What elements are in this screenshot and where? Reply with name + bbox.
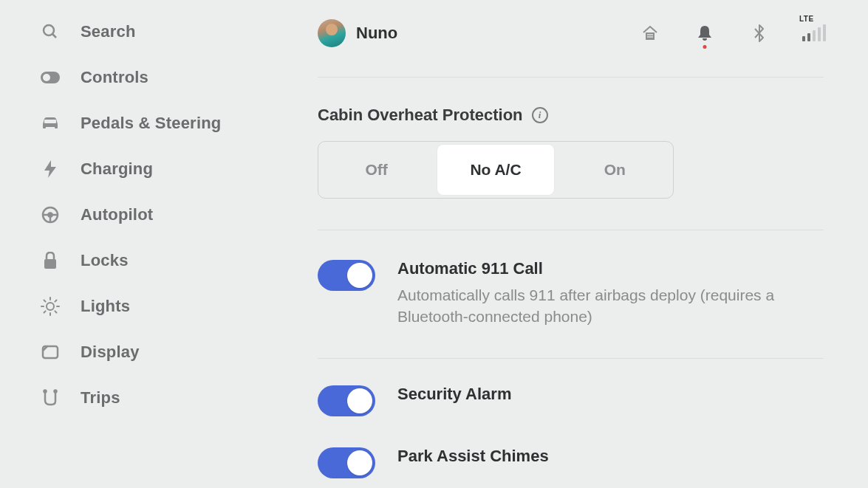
sidebar-item-display[interactable]: Display: [41, 343, 259, 362]
lock-icon: [41, 251, 60, 270]
profile-chip[interactable]: Nuno: [318, 19, 397, 47]
sidebar-item-locks[interactable]: Locks: [41, 251, 259, 270]
cop-option-on[interactable]: On: [557, 142, 673, 198]
svg-point-0: [44, 25, 54, 35]
section-title: Cabin Overheat Protection: [318, 106, 523, 125]
svg-rect-7: [44, 259, 56, 269]
sidebar-item-lights[interactable]: Lights: [41, 297, 259, 316]
cell-signal-icon[interactable]: LTE: [804, 24, 824, 43]
section-cabin-overheat-protection: Cabin Overheat Protection i Off No A/C O…: [318, 78, 824, 230]
sidebar-item-label: Pedals & Steering: [81, 114, 221, 133]
sidebar-item-pedals-steering[interactable]: Pedals & Steering: [41, 114, 259, 133]
sidebar-item-label: Search: [81, 22, 136, 41]
sidebar-item-trips[interactable]: Trips: [41, 388, 259, 408]
sidebar-item-controls[interactable]: Controls: [41, 68, 259, 87]
bluetooth-icon[interactable]: [750, 24, 769, 43]
sidebar-item-autopilot[interactable]: Autopilot: [41, 205, 259, 224]
park-assist-switch[interactable]: [318, 447, 375, 478]
security-alarm-switch[interactable]: [318, 385, 375, 416]
toggle-row-park-assist: Park Assist Chimes: [318, 446, 824, 478]
sidebar-item-label: Lights: [81, 297, 130, 316]
homelink-icon[interactable]: [640, 24, 660, 43]
car-icon: [41, 114, 60, 133]
toggle-title: Park Assist Chimes: [397, 446, 824, 467]
avatar: [318, 19, 346, 47]
info-icon[interactable]: i: [532, 107, 548, 123]
sidebar-item-label: Charging: [81, 159, 153, 179]
toggle-title: Security Alarm: [397, 384, 824, 405]
sidebar-item-label: Controls: [81, 68, 148, 87]
search-icon: [41, 22, 60, 41]
sun-icon: [41, 297, 60, 316]
svg-rect-20: [646, 32, 655, 40]
svg-line-13: [44, 300, 46, 302]
cop-option-off[interactable]: Off: [318, 142, 434, 198]
svg-point-3: [43, 74, 50, 81]
profile-name: Nuno: [356, 24, 397, 43]
sidebar-item-label: Autopilot: [81, 205, 153, 224]
sidebar: Search Controls Pedals & Steering Chargi…: [0, 0, 281, 488]
signal-network-label: LTE: [799, 15, 814, 23]
cop-segmented-control: Off No A/C On: [318, 141, 674, 199]
sidebar-item-label: Locks: [81, 251, 129, 270]
section-security-toggles: Security Alarm Park Assist Chimes: [318, 359, 824, 488]
main-panel: Nuno LTE: [281, 0, 868, 488]
steering-wheel-icon: [41, 205, 60, 224]
toggle-description: Automatically calls 911 after airbags de…: [397, 284, 824, 328]
svg-line-14: [55, 311, 56, 312]
cop-option-no-ac[interactable]: No A/C: [437, 145, 553, 195]
notification-dot: [703, 45, 707, 49]
svg-point-19: [55, 391, 57, 393]
status-icons: LTE: [640, 24, 824, 43]
svg-line-16: [55, 300, 56, 302]
svg-rect-4: [44, 120, 56, 123]
route-icon: [41, 388, 60, 408]
display-icon: [41, 343, 60, 362]
topbar: Nuno LTE: [318, 19, 824, 77]
svg-point-6: [49, 213, 52, 217]
toggle-icon: [41, 68, 60, 87]
svg-line-1: [52, 34, 56, 38]
notifications-icon[interactable]: [695, 24, 714, 43]
svg-point-18: [44, 391, 47, 393]
svg-point-8: [47, 303, 54, 310]
sidebar-item-label: Trips: [81, 388, 120, 408]
sidebar-item-label: Display: [81, 343, 140, 362]
sidebar-item-search[interactable]: Search: [41, 22, 259, 41]
toggle-row-auto-911: Automatic 911 Call Automatically calls 9…: [318, 258, 824, 327]
bolt-icon: [41, 159, 60, 179]
toggle-title: Automatic 911 Call: [397, 258, 824, 280]
svg-line-15: [44, 311, 46, 312]
toggle-row-security-alarm: Security Alarm: [318, 384, 824, 416]
section-safety-toggles: Automatic 911 Call Automatically calls 9…: [318, 230, 824, 358]
auto-911-switch[interactable]: [318, 260, 375, 291]
sidebar-item-charging[interactable]: Charging: [41, 159, 259, 179]
